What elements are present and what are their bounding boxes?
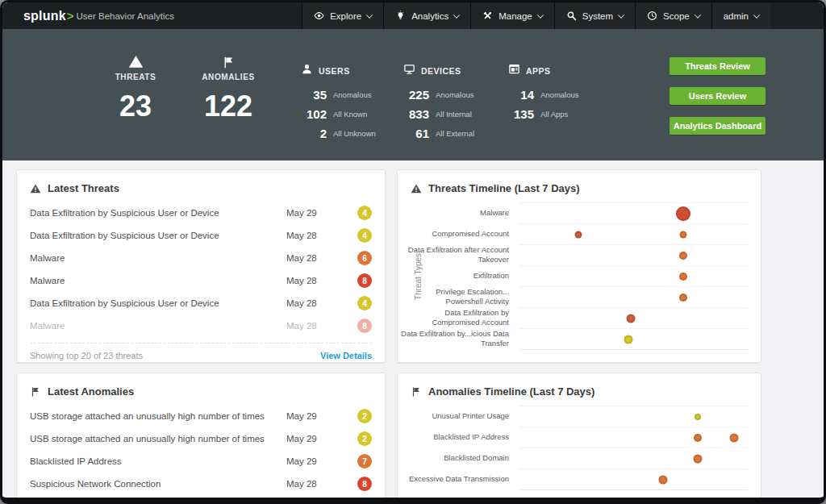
- chart-baseline: [519, 489, 748, 490]
- nav-menu-item[interactable]: System: [554, 2, 635, 29]
- anomalies-stat[interactable]: ANOMALIES 122: [186, 53, 270, 123]
- score-badge: 6: [357, 251, 372, 265]
- list-item[interactable]: Malware May 28 6: [30, 247, 372, 269]
- threats-stat[interactable]: THREATS 23: [98, 53, 173, 123]
- item-date: May 29: [286, 411, 357, 421]
- item-name: Blacklisted IP Address: [30, 456, 286, 466]
- users-summary-group: USERS 35 Anomalous 102 All Known 2 All U…: [291, 63, 390, 143]
- list-item[interactable]: USB storage attached an unusually high n…: [30, 405, 372, 427]
- item-name: Data Exfiltration by Suspicious User or …: [30, 298, 286, 308]
- timeline-row: Malware: [398, 202, 748, 223]
- list-item[interactable]: Data Exfiltration by Suspicious User or …: [30, 202, 372, 224]
- score-badge: 4: [357, 206, 372, 220]
- list-item[interactable]: Blacklisted IP Address May 29 7: [30, 450, 372, 473]
- timeline-row: Compromised Account: [398, 223, 748, 244]
- nav-menu-label: Explore: [330, 11, 361, 21]
- latest-threats-panel: Latest Threats Data Exfiltration by Susp…: [16, 169, 386, 363]
- nav-menu-item[interactable]: admin: [711, 2, 770, 29]
- timeline-dot[interactable]: [627, 314, 636, 323]
- apps-icon: [508, 63, 520, 78]
- list-item[interactable]: Suspicious Network Connection May 28 8: [30, 473, 372, 495]
- timeline-dot[interactable]: [680, 231, 687, 238]
- threats-stat-value: 23: [119, 90, 152, 123]
- timeline-row-label: Data Exfiltration by...icious Data Trans…: [398, 328, 519, 349]
- timeline-row: Blacklisted Domain: [398, 448, 748, 469]
- group-stat-label: All Known: [333, 110, 367, 119]
- timeline-dot[interactable]: [574, 231, 582, 238]
- timeline-dot[interactable]: [658, 475, 667, 484]
- summary-action-button[interactable]: Analytics Dashboard: [670, 117, 766, 135]
- group-stat-row: 61 All External: [394, 123, 499, 143]
- item-name: Data Exfiltration by Suspicious User or …: [30, 231, 286, 240]
- item-date: May 28: [286, 321, 357, 331]
- anomalies-timeline-title: Anomalies Timeline (Last 7 Days): [428, 385, 594, 398]
- nav-menu-item[interactable]: Analytics: [383, 2, 470, 29]
- timeline-row-plot: [519, 469, 748, 489]
- group-stat-label: Anomalous: [540, 90, 579, 99]
- summary-action-button[interactable]: Threats Review: [670, 57, 766, 75]
- latest-anomalies-title: Latest Anomalies: [48, 385, 134, 398]
- latest-threats-footer: Showing top 20 of 23 threats View Detail…: [30, 343, 372, 360]
- clock-icon: [647, 10, 657, 21]
- chart-baseline: [519, 349, 748, 350]
- item-name: Suspicious Network Connection: [30, 479, 286, 489]
- timeline-dot[interactable]: [679, 252, 687, 260]
- score-badge: 2: [357, 409, 372, 423]
- group-header: APPS: [508, 63, 595, 78]
- group-stat-value: 14: [499, 88, 534, 102]
- anomalies-timeline-header: Anomalies Timeline (Last 7 Days): [398, 373, 761, 398]
- nav-menu-item[interactable]: Scope: [635, 2, 711, 29]
- timeline-row: Exfiltration: [398, 265, 748, 286]
- timeline-dot[interactable]: [695, 414, 701, 420]
- group-stat-row: 14 Anomalous: [499, 85, 595, 104]
- view-details-link[interactable]: View Details: [320, 351, 372, 360]
- summary-buttons: Threats Review Users Review Analytics Da…: [670, 57, 766, 135]
- timeline-dot[interactable]: [693, 454, 702, 463]
- group-stat-row: 35 Anomalous: [291, 85, 390, 104]
- group-label: APPS: [526, 66, 551, 76]
- group-stat-value: 35: [291, 88, 327, 102]
- timeline-dot[interactable]: [676, 206, 690, 221]
- timeline-row-plot: [519, 202, 748, 223]
- timeline-dot[interactable]: [694, 434, 702, 442]
- chevron-down-icon: [694, 11, 700, 18]
- latest-threats-header: Latest Threats: [17, 170, 385, 194]
- list-item[interactable]: Malware May 28 8: [30, 314, 372, 337]
- list-item[interactable]: Malware May 28 8: [30, 269, 372, 292]
- latest-anomalies-header: Latest Anomalies: [17, 373, 385, 398]
- group-stat-value: 61: [394, 127, 429, 140]
- threats-timeline-chart: Threat Types Malware Compromised Account…: [398, 202, 748, 350]
- group-label: USERS: [319, 66, 350, 76]
- latest-threats-title: Latest Threats: [48, 182, 119, 194]
- nav-menu-item[interactable]: Manage: [470, 2, 554, 29]
- timeline-dot[interactable]: [679, 294, 687, 302]
- list-item[interactable]: Data Exfiltration by Suspicious User or …: [30, 292, 372, 314]
- score-badge: 4: [357, 296, 372, 310]
- timeline-row-label: Unusual Printer Usage: [398, 406, 519, 427]
- group-stat-row: 225 Anomalous: [394, 85, 499, 104]
- app-title: User Behavior Analytics: [77, 11, 174, 21]
- threats-timeline-rows: Malware Compromised Account Data Exfiltr…: [398, 202, 748, 349]
- timeline-row: Unusual Printer Usage: [398, 406, 748, 427]
- timeline-row-label: Blacklisted Domain: [398, 448, 519, 469]
- group-header: USERS: [301, 63, 390, 78]
- anomaly-list: USB storage attached an unusually high n…: [17, 398, 385, 495]
- summary-header: THREATS 23 ANOMALIES 122 USERS 35 Anomal…: [2, 29, 824, 160]
- timeline-row-plot: [519, 223, 748, 244]
- timeline-dot[interactable]: [624, 335, 633, 344]
- threat-types-axis-label: Threat Types: [414, 252, 423, 299]
- warning-icon: [30, 183, 41, 194]
- summary-action-button[interactable]: Users Review: [670, 87, 766, 105]
- timeline-row: Data Exfiltration after Account Takeover: [398, 244, 748, 265]
- magnifier-icon: [566, 10, 577, 21]
- nav-menu-item[interactable]: Explore: [302, 2, 383, 29]
- group-stat-row: 102 All Known: [291, 104, 390, 123]
- item-date: May 29: [286, 434, 357, 444]
- score-badge: 2: [357, 431, 372, 446]
- device-icon: [403, 63, 415, 78]
- timeline-dot[interactable]: [729, 433, 738, 442]
- list-item[interactable]: USB storage attached an unusually high n…: [30, 427, 372, 450]
- timeline-dot[interactable]: [679, 273, 687, 281]
- list-item[interactable]: Data Exfiltration by Suspicious User or …: [30, 224, 372, 247]
- timeline-row-label: Excessive Data Transmission: [398, 469, 519, 489]
